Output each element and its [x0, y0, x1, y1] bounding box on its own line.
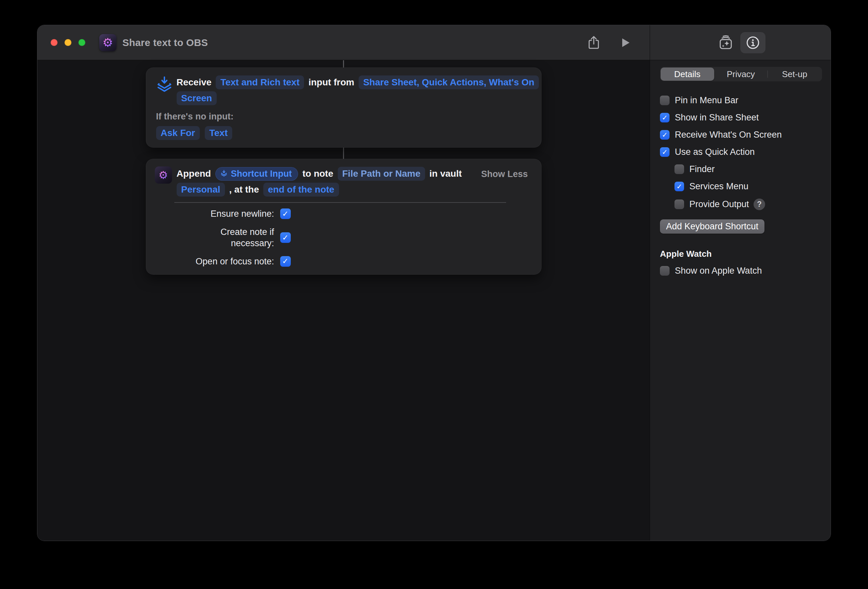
receive-input-icon: [220, 170, 228, 178]
add-keyboard-shortcut-button[interactable]: Add Keyboard Shortcut: [660, 219, 765, 234]
setting-label: Finder: [689, 164, 715, 175]
details-sidebar: Details Privacy Set-up Pin in Menu Bar S…: [650, 60, 831, 541]
setting-label: Show on Apple Watch: [675, 266, 762, 276]
action-library-icon[interactable]: [718, 35, 734, 50]
option-row: Ensure newline:: [156, 208, 531, 220]
show-on-apple-watch-checkbox[interactable]: [660, 266, 670, 276]
workflow-canvas: Receive Text and Rich text input from Sh…: [37, 60, 650, 541]
action-text: , at the: [229, 184, 259, 195]
option-label: Ensure newline:: [156, 208, 274, 220]
tab-privacy[interactable]: Privacy: [714, 68, 768, 81]
option-row: Create note if necessary:: [156, 226, 531, 249]
input-sources-token[interactable]: Share Sheet, Quick Actions, What's On: [359, 75, 539, 89]
setting-row: Services Menu: [675, 181, 822, 192]
open-note-checkbox[interactable]: [280, 256, 291, 267]
action-verb: Append: [177, 169, 211, 179]
setting-row: Show in Share Sheet: [660, 112, 822, 123]
action-append-to-note[interactable]: ⚙ Show Less Append Shortcut Input: [146, 159, 542, 275]
run-shortcut-icon[interactable]: [619, 36, 632, 49]
setting-row: Receive What's On Screen: [660, 130, 822, 140]
setting-row: Show on Apple Watch: [660, 266, 822, 276]
shortcut-icon: ⚙: [99, 34, 117, 51]
services-menu-checkbox[interactable]: [675, 182, 684, 191]
help-icon[interactable]: ?: [754, 198, 765, 210]
setting-row: Use as Quick Action: [660, 147, 822, 157]
obsidian-app-icon: ⚙: [155, 166, 172, 184]
setting-label: Pin in Menu Bar: [675, 95, 738, 105]
ensure-newline-checkbox[interactable]: [280, 209, 291, 219]
show-in-share-sheet-checkbox[interactable]: [660, 113, 670, 123]
shortcuts-editor-window: ⚙ Share text to OBS: [37, 25, 831, 541]
receive-whats-on-screen-checkbox[interactable]: [660, 130, 670, 140]
provide-output-checkbox[interactable]: [675, 200, 684, 209]
options-divider: [174, 202, 506, 203]
option-row: Open or focus note:: [156, 256, 531, 267]
title-bar-left: ⚙ Share text to OBS: [37, 25, 650, 60]
title-bar-sidebar-section: [650, 25, 831, 60]
setting-label: Receive What's On Screen: [675, 130, 782, 140]
option-label: Open or focus note:: [156, 256, 274, 267]
option-label: Create note if necessary:: [156, 226, 274, 249]
action-text: input from: [308, 77, 354, 88]
action-receive-input[interactable]: Receive Text and Rich text input from Sh…: [146, 68, 542, 148]
action-text: in vault: [430, 169, 462, 179]
connector-line: [343, 60, 344, 68]
variable-label: Shortcut Input: [231, 169, 292, 179]
show-details-button[interactable]: [740, 32, 765, 53]
pin-in-menu-bar-checkbox[interactable]: [660, 96, 670, 105]
create-note-checkbox[interactable]: [280, 232, 291, 243]
apple-watch-header: Apple Watch: [660, 249, 822, 259]
zoom-button[interactable]: [78, 39, 86, 46]
share-icon[interactable]: [586, 35, 601, 50]
setting-row: Pin in Menu Bar: [660, 95, 822, 105]
vault-token[interactable]: Personal: [177, 183, 225, 197]
no-input-action-token[interactable]: Ask For: [156, 126, 200, 140]
close-button[interactable]: [51, 39, 58, 46]
use-as-quick-action-checkbox[interactable]: [660, 147, 670, 157]
tab-details[interactable]: Details: [661, 68, 714, 81]
shortcut-input-variable-token[interactable]: Shortcut Input: [216, 167, 298, 181]
setting-row: Finder: [675, 164, 822, 175]
finder-checkbox[interactable]: [675, 164, 684, 174]
gear-glyph-icon: ⚙: [103, 37, 113, 49]
no-input-label: If there's no input:: [156, 111, 233, 122]
gear-glyph-icon: ⚙: [158, 170, 168, 181]
sidebar-tabs: Details Privacy Set-up: [660, 67, 822, 81]
window-title: Share text to OBS: [123, 37, 208, 48]
action-text: to note: [303, 169, 333, 179]
title-bar: ⚙ Share text to OBS: [37, 25, 831, 60]
setting-label: Use as Quick Action: [675, 147, 755, 157]
minimize-button[interactable]: [65, 39, 71, 46]
action-verb: Receive: [177, 77, 212, 88]
note-path-field[interactable]: File Path or Name: [338, 167, 425, 181]
no-input-type-token[interactable]: Text: [205, 126, 233, 140]
receive-input-icon: [155, 76, 174, 95]
show-less-button[interactable]: Show Less: [481, 169, 528, 179]
connector-line: [343, 148, 344, 159]
setting-row: Provide Output ?: [675, 198, 822, 210]
setting-label: Services Menu: [689, 181, 748, 192]
input-types-token[interactable]: Text and Rich text: [216, 75, 304, 89]
tab-setup[interactable]: Set-up: [768, 68, 821, 81]
position-token[interactable]: end of the note: [263, 183, 339, 197]
setting-label: Show in Share Sheet: [675, 112, 759, 123]
info-icon: [745, 35, 760, 50]
traffic-lights: [51, 39, 86, 46]
input-sources-token-wrap[interactable]: Screen: [177, 91, 217, 105]
setting-label: Provide Output: [689, 199, 749, 209]
